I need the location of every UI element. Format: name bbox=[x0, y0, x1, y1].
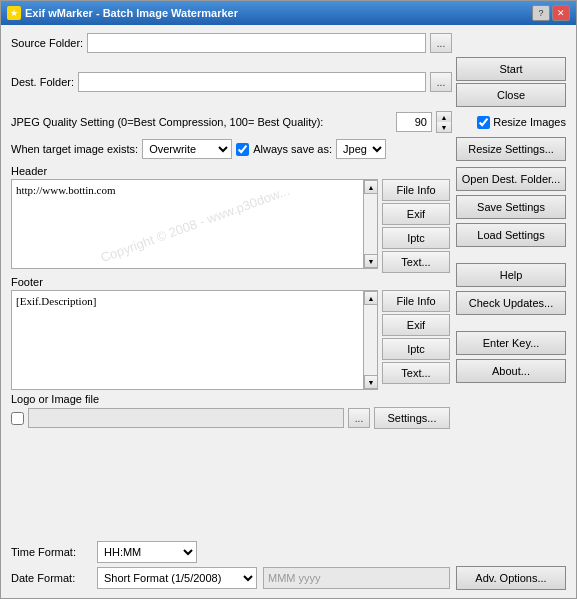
adv-options-button[interactable]: Adv. Options... bbox=[456, 566, 566, 590]
header-text-container: Copyright © 2008 - www.p30dow... ▲ ▼ bbox=[11, 179, 378, 269]
logo-row: ... Settings... bbox=[11, 407, 450, 429]
right-buttons-panel: Open Dest. Folder... Save Settings Load … bbox=[456, 165, 566, 535]
dest-folder-label: Dest. Folder: bbox=[11, 76, 74, 88]
footer-scroll-up[interactable]: ▲ bbox=[364, 291, 378, 305]
footer-file-info-button[interactable]: File Info bbox=[382, 290, 450, 312]
header-textarea[interactable] bbox=[12, 180, 377, 268]
footer-text-button[interactable]: Text... bbox=[382, 362, 450, 384]
jpeg-spinner-up[interactable]: ▲ bbox=[437, 112, 451, 122]
close-button[interactable]: Close bbox=[456, 83, 566, 107]
footer-label: Footer bbox=[11, 276, 450, 288]
dest-folder-row: Dest. Folder: ... bbox=[11, 72, 452, 92]
about-button[interactable]: About... bbox=[456, 359, 566, 383]
date-format-row: Date Format: Short Format (1/5/2008) Lon… bbox=[11, 566, 566, 590]
jpeg-spinner-down[interactable]: ▼ bbox=[437, 122, 451, 132]
date-format-label: Date Format: bbox=[11, 572, 91, 584]
header-text-button[interactable]: Text... bbox=[382, 251, 450, 273]
logo-browse-button[interactable]: ... bbox=[348, 408, 370, 428]
header-file-info-button[interactable]: File Info bbox=[382, 179, 450, 201]
top-right-buttons: Start Close bbox=[456, 57, 566, 107]
dest-folder-input[interactable] bbox=[78, 72, 426, 92]
date-format-select[interactable]: Short Format (1/5/2008) Long Format Cust… bbox=[97, 567, 257, 589]
header-label: Header bbox=[11, 165, 450, 177]
dest-row-container: Dest. Folder: ... Start Close bbox=[11, 57, 566, 107]
source-folder-label: Source Folder: bbox=[11, 37, 83, 49]
titlebar: ★ Exif wMarker - Batch Image Watermarker… bbox=[1, 1, 576, 25]
logo-file-input[interactable] bbox=[28, 408, 344, 428]
footer-panel-box: ▲ ▼ File Info Exif Iptc Text... bbox=[11, 290, 450, 390]
load-settings-button[interactable]: Load Settings bbox=[456, 223, 566, 247]
middle-area: Header Copyright © 2008 - www.p30dow... … bbox=[11, 165, 566, 535]
start-button[interactable]: Start bbox=[456, 57, 566, 81]
logo-section-label: Logo or Image file bbox=[11, 393, 450, 405]
content-area: Source Folder: ... Dest. Folder: ... Sta… bbox=[1, 25, 576, 598]
bottom-section: Time Format: HH:MM HH:MM:SS H:MM AM/PM D… bbox=[11, 539, 566, 590]
logo-settings-button[interactable]: Settings... bbox=[374, 407, 450, 429]
format-dropdown[interactable]: Jpeg PNG BMP bbox=[336, 139, 386, 159]
header-exif-button[interactable]: Exif bbox=[382, 203, 450, 225]
time-format-row: Time Format: HH:MM HH:MM:SS H:MM AM/PM bbox=[11, 541, 566, 563]
time-format-select[interactable]: HH:MM HH:MM:SS H:MM AM/PM bbox=[97, 541, 197, 563]
jpeg-spinner: ▲ ▼ bbox=[436, 111, 452, 133]
footer-scrollbar: ▲ ▼ bbox=[363, 291, 377, 389]
footer-text-container: ▲ ▼ bbox=[11, 290, 378, 390]
footer-iptc-button[interactable]: Iptc bbox=[382, 338, 450, 360]
target-exists-row: When target image exists: Overwrite Skip… bbox=[11, 137, 566, 161]
logo-checkbox[interactable] bbox=[11, 412, 24, 425]
titlebar-left: ★ Exif wMarker - Batch Image Watermarker bbox=[7, 6, 238, 20]
open-dest-button[interactable]: Open Dest. Folder... bbox=[456, 167, 566, 191]
date-extra-input[interactable] bbox=[263, 567, 450, 589]
footer-section: Footer ▲ ▼ File Info Exif bbox=[11, 276, 450, 390]
resize-checkbox-row: Resize Images bbox=[456, 116, 566, 129]
always-save-label: Always save as: bbox=[253, 143, 332, 155]
time-format-label: Time Format: bbox=[11, 546, 91, 558]
footer-textarea[interactable] bbox=[12, 291, 377, 389]
main-window: ★ Exif wMarker - Batch Image Watermarker… bbox=[0, 0, 577, 599]
help-button[interactable]: Help bbox=[456, 263, 566, 287]
target-exists-label: When target image exists: bbox=[11, 143, 138, 155]
header-section: Header Copyright © 2008 - www.p30dow... … bbox=[11, 165, 450, 273]
jpeg-quality-input[interactable] bbox=[396, 112, 432, 132]
source-folder-browse[interactable]: ... bbox=[430, 33, 452, 53]
check-updates-button[interactable]: Check Updates... bbox=[456, 291, 566, 315]
header-scroll-down[interactable]: ▼ bbox=[364, 254, 378, 268]
jpeg-quality-row: JPEG Quality Setting (0=Best Compression… bbox=[11, 111, 566, 133]
target-exists-dropdown[interactable]: Overwrite Skip Rename bbox=[142, 139, 232, 159]
save-settings-button[interactable]: Save Settings bbox=[456, 195, 566, 219]
header-scroll-track bbox=[364, 194, 377, 254]
source-folder-row: Source Folder: ... bbox=[11, 33, 566, 53]
header-scroll-up[interactable]: ▲ bbox=[364, 180, 378, 194]
footer-scroll-down[interactable]: ▼ bbox=[364, 375, 378, 389]
logo-section: Logo or Image file ... Settings... bbox=[11, 393, 450, 429]
window-title: Exif wMarker - Batch Image Watermarker bbox=[25, 7, 238, 19]
header-buttons: File Info Exif Iptc Text... bbox=[382, 179, 450, 273]
app-icon: ★ bbox=[7, 6, 21, 20]
titlebar-controls: ? ✕ bbox=[532, 5, 570, 21]
footer-buttons: File Info Exif Iptc Text... bbox=[382, 290, 450, 390]
resize-images-label: Resize Images bbox=[493, 116, 566, 128]
footer-scroll-track bbox=[364, 305, 377, 375]
always-save-checkbox[interactable] bbox=[236, 143, 249, 156]
resize-images-checkbox[interactable] bbox=[477, 116, 490, 129]
footer-exif-button[interactable]: Exif bbox=[382, 314, 450, 336]
header-panel-box: Copyright © 2008 - www.p30dow... ▲ ▼ Fil… bbox=[11, 179, 450, 273]
header-scrollbar: ▲ ▼ bbox=[363, 180, 377, 268]
source-folder-input[interactable] bbox=[87, 33, 426, 53]
help-titlebar-button[interactable]: ? bbox=[532, 5, 550, 21]
resize-settings-button[interactable]: Resize Settings... bbox=[456, 137, 566, 161]
enter-key-button[interactable]: Enter Key... bbox=[456, 331, 566, 355]
panels-area: Header Copyright © 2008 - www.p30dow... … bbox=[11, 165, 450, 535]
close-titlebar-button[interactable]: ✕ bbox=[552, 5, 570, 21]
dest-folder-browse[interactable]: ... bbox=[430, 72, 452, 92]
jpeg-quality-label: JPEG Quality Setting (0=Best Compression… bbox=[11, 116, 392, 128]
header-iptc-button[interactable]: Iptc bbox=[382, 227, 450, 249]
